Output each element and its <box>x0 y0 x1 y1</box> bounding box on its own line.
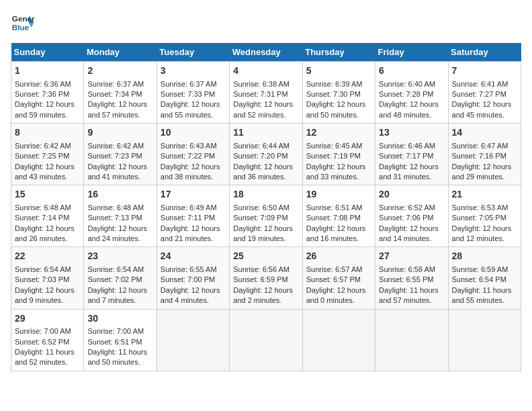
sunrise: Sunrise: 6:48 AM <box>87 203 144 212</box>
sunrise: Sunrise: 6:40 AM <box>379 80 435 88</box>
sunset: Sunset: 7:34 PM <box>87 90 142 98</box>
calendar-cell <box>157 309 229 371</box>
weekday-thursday: Thursday <box>302 43 375 62</box>
day-number: 3 <box>161 64 226 78</box>
sunrise: Sunrise: 6:47 AM <box>452 142 508 150</box>
calendar-cell: 29Sunrise: 7:00 AMSunset: 6:52 PMDayligh… <box>11 309 84 371</box>
calendar-cell: 22Sunrise: 6:54 AMSunset: 7:03 PMDayligh… <box>11 247 84 309</box>
sunset: Sunset: 6:54 PM <box>452 275 506 283</box>
sunset: Sunset: 7:36 PM <box>15 90 69 98</box>
sunrise: Sunrise: 6:42 AM <box>87 142 144 150</box>
daylight: Daylight: 12 hours and 0 minutes. <box>306 286 366 304</box>
sunset: Sunset: 7:23 PM <box>87 152 142 160</box>
daylight: Daylight: 11 hours and 52 minutes. <box>15 348 75 366</box>
day-number: 8 <box>15 126 80 140</box>
sunrise: Sunrise: 6:52 AM <box>379 203 435 212</box>
calendar-week-3: 15Sunrise: 6:48 AMSunset: 7:14 PMDayligh… <box>11 185 521 247</box>
calendar-cell: 16Sunrise: 6:48 AMSunset: 7:13 PMDayligh… <box>84 185 157 247</box>
daylight: Daylight: 12 hours and 43 minutes. <box>15 163 75 181</box>
calendar-cell: 10Sunrise: 6:43 AMSunset: 7:22 PMDayligh… <box>157 124 229 185</box>
calendar-cell <box>448 309 521 371</box>
day-number: 4 <box>233 64 298 78</box>
day-number: 10 <box>161 126 226 140</box>
calendar-cell: 6Sunrise: 6:40 AMSunset: 7:28 PMDaylight… <box>375 62 448 124</box>
daylight: Daylight: 11 hours and 57 minutes. <box>379 286 439 304</box>
sunset: Sunset: 7:09 PM <box>233 214 287 222</box>
day-number: 14 <box>452 126 517 140</box>
calendar-body: 1Sunrise: 6:36 AMSunset: 7:36 PMDaylight… <box>11 62 521 371</box>
day-number: 29 <box>15 312 80 326</box>
daylight: Daylight: 12 hours and 48 minutes. <box>379 100 439 118</box>
calendar-cell: 28Sunrise: 6:59 AMSunset: 6:54 PMDayligh… <box>448 247 521 309</box>
logo: General Blue <box>11 11 35 35</box>
sunset: Sunset: 6:51 PM <box>87 338 142 346</box>
daylight: Daylight: 11 hours and 50 minutes. <box>87 348 147 366</box>
calendar-cell: 21Sunrise: 6:53 AMSunset: 7:05 PMDayligh… <box>448 185 521 247</box>
daylight: Daylight: 12 hours and 2 minutes. <box>233 286 293 304</box>
sunrise: Sunrise: 6:37 AM <box>87 80 144 88</box>
sunrise: Sunrise: 6:55 AM <box>161 265 217 273</box>
sunrise: Sunrise: 6:56 AM <box>233 265 290 273</box>
daylight: Daylight: 12 hours and 31 minutes. <box>379 163 439 181</box>
calendar-cell: 17Sunrise: 6:49 AMSunset: 7:11 PMDayligh… <box>157 185 229 247</box>
sunrise: Sunrise: 7:00 AM <box>15 327 71 335</box>
day-number: 1 <box>15 64 80 78</box>
day-number: 17 <box>161 188 226 201</box>
sunrise: Sunrise: 6:58 AM <box>379 265 435 273</box>
sunrise: Sunrise: 6:37 AM <box>161 80 217 88</box>
sunrise: Sunrise: 6:44 AM <box>233 142 290 150</box>
calendar-cell: 18Sunrise: 6:50 AMSunset: 7:09 PMDayligh… <box>230 185 302 247</box>
daylight: Daylight: 12 hours and 21 minutes. <box>161 224 220 242</box>
sunrise: Sunrise: 6:49 AM <box>161 203 217 212</box>
calendar-cell: 2Sunrise: 6:37 AMSunset: 7:34 PMDaylight… <box>84 62 157 124</box>
sunset: Sunset: 7:06 PM <box>379 214 433 222</box>
sunset: Sunset: 7:03 PM <box>15 275 69 283</box>
daylight: Daylight: 12 hours and 9 minutes. <box>15 286 75 304</box>
sunset: Sunset: 7:11 PM <box>161 214 215 222</box>
sunset: Sunset: 6:57 PM <box>306 275 361 283</box>
logo-icon: General Blue <box>11 11 35 35</box>
calendar-cell: 9Sunrise: 6:42 AMSunset: 7:23 PMDaylight… <box>84 124 157 185</box>
weekday-saturday: Saturday <box>448 43 521 62</box>
weekday-header-row: SundayMondayTuesdayWednesdayThursdayFrid… <box>11 43 521 62</box>
sunrise: Sunrise: 6:48 AM <box>15 203 71 212</box>
sunrise: Sunrise: 6:59 AM <box>452 265 508 273</box>
sunset: Sunset: 7:30 PM <box>306 90 361 98</box>
daylight: Daylight: 12 hours and 52 minutes. <box>233 100 293 118</box>
day-number: 11 <box>233 126 298 140</box>
sunset: Sunset: 7:02 PM <box>87 275 142 283</box>
sunset: Sunset: 7:20 PM <box>233 152 287 160</box>
calendar-week-2: 8Sunrise: 6:42 AMSunset: 7:25 PMDaylight… <box>11 124 521 185</box>
weekday-wednesday: Wednesday <box>230 43 302 62</box>
day-number: 20 <box>379 188 444 201</box>
day-number: 27 <box>379 250 444 263</box>
day-number: 15 <box>15 188 80 201</box>
day-number: 12 <box>306 126 371 140</box>
daylight: Daylight: 12 hours and 38 minutes. <box>161 163 220 181</box>
daylight: Daylight: 12 hours and 19 minutes. <box>233 224 293 242</box>
daylight: Daylight: 12 hours and 16 minutes. <box>306 224 366 242</box>
calendar-cell: 19Sunrise: 6:51 AMSunset: 7:08 PMDayligh… <box>302 185 375 247</box>
daylight: Daylight: 12 hours and 12 minutes. <box>452 224 512 242</box>
calendar-cell: 15Sunrise: 6:48 AMSunset: 7:14 PMDayligh… <box>11 185 84 247</box>
day-number: 5 <box>306 64 371 78</box>
day-number: 30 <box>87 312 152 326</box>
day-number: 9 <box>87 126 152 140</box>
sunset: Sunset: 7:19 PM <box>306 152 361 160</box>
sunset: Sunset: 7:05 PM <box>452 214 506 222</box>
weekday-sunday: Sunday <box>11 43 84 62</box>
calendar-week-5: 29Sunrise: 7:00 AMSunset: 6:52 PMDayligh… <box>11 309 521 371</box>
sunrise: Sunrise: 6:57 AM <box>306 265 363 273</box>
calendar-cell <box>375 309 448 371</box>
day-number: 28 <box>452 250 517 263</box>
day-number: 23 <box>87 250 152 263</box>
sunset: Sunset: 6:55 PM <box>379 275 433 283</box>
sunset: Sunset: 6:52 PM <box>15 338 69 346</box>
sunset: Sunset: 7:16 PM <box>452 152 506 160</box>
daylight: Daylight: 12 hours and 50 minutes. <box>306 100 366 118</box>
page-header: General Blue <box>11 11 521 35</box>
sunrise: Sunrise: 6:41 AM <box>452 80 508 88</box>
daylight: Daylight: 11 hours and 55 minutes. <box>452 286 512 304</box>
sunset: Sunset: 7:28 PM <box>379 90 433 98</box>
calendar-cell: 4Sunrise: 6:38 AMSunset: 7:31 PMDaylight… <box>230 62 302 124</box>
